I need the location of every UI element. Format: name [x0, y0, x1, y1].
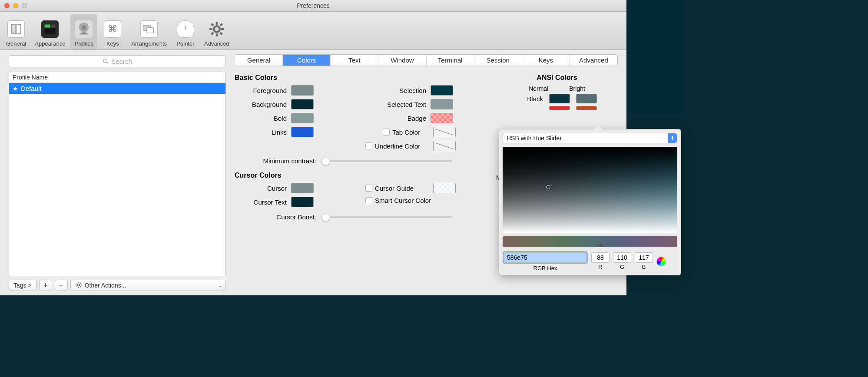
sv-field[interactable]	[503, 147, 677, 233]
ansi-normal-header: Normal	[529, 85, 548, 92]
cursor-boost-track[interactable]	[321, 216, 452, 218]
selection-swatch[interactable]	[431, 85, 453, 96]
ansi-red-normal[interactable]	[549, 106, 570, 110]
toolbar-appearance-label: Appearance	[35, 40, 65, 47]
ansi-black-normal[interactable]	[549, 94, 570, 103]
toolbar-general[interactable]: General	[3, 14, 30, 50]
toolbar-profiles-label: Profiles	[75, 40, 93, 47]
cursor-label: Cursor	[235, 185, 291, 192]
svg-rect-7	[147, 28, 154, 33]
toolbar-profiles[interactable]: Profiles	[70, 14, 97, 50]
ansi-black-bright[interactable]	[576, 94, 597, 103]
badge-swatch[interactable]	[431, 113, 453, 123]
underline-color-checkbox[interactable]	[365, 142, 372, 149]
background-label: Background	[235, 101, 291, 108]
min-contrast-slider[interactable]: Minimum contrast:	[235, 157, 496, 165]
svg-line-13	[212, 24, 214, 26]
cursor-text-label: Cursor Text	[235, 198, 291, 206]
toolbar-advanced-label: Advanced	[204, 40, 229, 47]
plus-icon: +	[43, 281, 48, 290]
min-contrast-knob[interactable]	[321, 157, 330, 165]
keys-icon: ⌘	[104, 20, 121, 38]
basic-cursor-col: Basic Colors Foreground Background Bold …	[235, 71, 496, 221]
tab-colors[interactable]: Colors	[283, 55, 331, 66]
cursor-boost-label: Cursor Boost:	[235, 213, 321, 221]
smart-cursor-label: Smart Cursor Color	[375, 197, 435, 204]
tab-keys[interactable]: Keys	[522, 55, 570, 66]
search-placeholder: Search	[111, 58, 132, 65]
picker-inputs: RGB Hex R G B	[503, 251, 677, 271]
hex-field-wrap: RGB Hex	[503, 251, 588, 271]
minus-icon: −	[59, 281, 63, 290]
hex-label: RGB Hex	[533, 265, 557, 271]
basic-colors-title: Basic Colors	[235, 74, 496, 82]
add-profile-button[interactable]: +	[39, 280, 52, 291]
tab-color-checkbox[interactable]	[383, 129, 390, 136]
g-input[interactable]	[613, 252, 631, 263]
cursor-swatch[interactable]	[291, 183, 314, 193]
hue-slider[interactable]	[503, 236, 677, 247]
chevron-up-down-icon: ▲▼	[668, 133, 677, 143]
tab-color-swatch[interactable]	[433, 127, 456, 137]
tab-session[interactable]: Session	[474, 55, 522, 66]
toolbar-keys[interactable]: ⌘ Keys	[99, 14, 126, 50]
zoom-window-button[interactable]	[22, 3, 27, 8]
cursor-boost-knob[interactable]	[321, 213, 330, 222]
links-swatch[interactable]	[291, 127, 314, 137]
tab-window[interactable]: Window	[378, 55, 426, 66]
sv-cursor[interactable]	[546, 185, 550, 189]
tab-text[interactable]: Text	[331, 55, 378, 66]
hue-pointer[interactable]	[597, 243, 604, 247]
toolbar-advanced[interactable]: Advanced	[201, 14, 233, 50]
svg-line-26	[76, 286, 77, 287]
links-label: Links	[235, 129, 291, 136]
minimize-window-button[interactable]	[13, 3, 18, 8]
toolbar-arrangements-label: Arrangements	[131, 40, 167, 47]
min-contrast-track[interactable]	[321, 160, 452, 162]
tags-button[interactable]: Tags >	[9, 280, 36, 291]
color-wheel-icon[interactable]	[656, 257, 666, 266]
toolbar-appearance[interactable]: Appearance	[31, 14, 69, 50]
tab-general[interactable]: General	[235, 55, 283, 66]
g-label: G	[620, 264, 624, 270]
background-terminal	[626, 0, 683, 113]
selected-text-swatch[interactable]	[431, 99, 453, 109]
b-input[interactable]	[635, 252, 653, 263]
hex-input[interactable]	[504, 252, 586, 263]
cursor-text-swatch[interactable]	[291, 197, 314, 207]
tab-advanced[interactable]: Advanced	[570, 55, 617, 66]
svg-point-17	[103, 59, 107, 63]
traffic-lights	[0, 3, 27, 8]
b-label: B	[642, 264, 646, 270]
svg-point-8	[214, 26, 220, 32]
picker-mode-select[interactable]: HSB with Hue Slider ▲▼	[503, 133, 677, 143]
svg-rect-3	[45, 25, 50, 28]
profiles-bottom-bar: Tags > + − Other Actions... ⌄	[9, 280, 226, 291]
profile-row-default[interactable]: ★ Default	[9, 83, 225, 94]
background-swatch[interactable]	[291, 99, 314, 109]
toolbar-arrangements[interactable]: Arrangements	[128, 14, 170, 50]
cursor-guide-swatch[interactable]	[433, 183, 456, 193]
profile-name: Default	[21, 85, 42, 92]
toolbar-pointer-label: Pointer	[176, 40, 194, 47]
cursor-boost-slider[interactable]: Cursor Boost:	[235, 213, 496, 221]
foreground-swatch[interactable]	[291, 85, 314, 96]
other-actions-label: Other Actions...	[85, 282, 126, 289]
tab-terminal[interactable]: Terminal	[427, 55, 474, 66]
tab-color-label: Tab Color	[392, 129, 433, 136]
bold-swatch[interactable]	[291, 113, 314, 123]
toolbar-pointer[interactable]: Pointer	[172, 14, 199, 50]
close-window-button[interactable]	[4, 3, 10, 8]
other-actions-menu[interactable]: Other Actions... ⌄	[70, 280, 226, 291]
underline-color-swatch[interactable]	[433, 141, 456, 151]
svg-line-15	[212, 33, 214, 35]
arrangements-icon	[140, 20, 158, 38]
cursor-guide-checkbox[interactable]	[365, 185, 372, 192]
profiles-list: Profile Name ★ Default	[9, 72, 226, 276]
svg-point-19	[77, 284, 80, 286]
smart-cursor-checkbox[interactable]	[365, 197, 372, 204]
ansi-red-bright[interactable]	[576, 106, 597, 110]
profiles-search[interactable]: Search	[9, 55, 226, 67]
r-input[interactable]	[591, 252, 610, 263]
remove-profile-button[interactable]: −	[55, 280, 68, 291]
